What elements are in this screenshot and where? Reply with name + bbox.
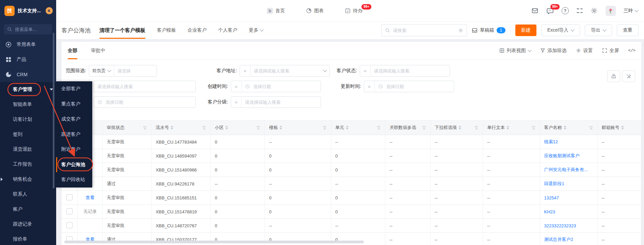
add-filter-button[interactable]: 添加筛选 (540, 48, 567, 54)
draft-box-button[interactable]: 草稿箱 1 (472, 27, 505, 33)
help-icon[interactable]: ? (562, 7, 569, 14)
customer-name-link[interactable]: 应收账期测试客户 (544, 153, 580, 158)
column-header-serial[interactable]: 流水号 (151, 120, 211, 135)
header-search[interactable] (381, 24, 467, 36)
grade-operator[interactable]: = (231, 97, 242, 108)
funnel-icon[interactable] (376, 126, 381, 130)
header-search-input[interactable] (392, 28, 456, 33)
page-tab-2[interactable]: 客户模板 (157, 21, 176, 39)
fullscreen-button[interactable]: 全屏 (602, 48, 619, 54)
user-menu[interactable]: 三叶 (624, 8, 638, 14)
status-operator[interactable]: = (360, 65, 371, 76)
dedupe-button[interactable]: 查重 (617, 24, 639, 36)
view-mode-button[interactable]: 列表视图 (499, 48, 531, 54)
address-input[interactable] (251, 68, 324, 74)
grade-input[interactable] (242, 100, 321, 105)
column-header-single_text[interactable]: 单行文本 (483, 120, 540, 135)
customer-name-link[interactable]: 回退阶段1 (544, 181, 564, 186)
sidebar-search[interactable] (4, 24, 52, 34)
submenu-item-5[interactable]: 附近客户 (56, 142, 92, 157)
sort-icon[interactable] (506, 126, 509, 130)
extra-filter-input[interactable] (94, 84, 195, 89)
created-date-input[interactable] (250, 84, 321, 89)
settings-gear-icon[interactable] (591, 7, 598, 14)
funnel-icon[interactable] (589, 126, 593, 130)
topnav-home[interactable]: b首页 (267, 8, 285, 14)
submenu-item-3[interactable]: 成交客户 (56, 112, 92, 127)
sort-icon[interactable] (279, 126, 282, 130)
column-header-community[interactable]: 小区 (211, 120, 265, 135)
more-tab[interactable]: 更多 (249, 27, 263, 33)
sidebar-item-10[interactable]: 报价单 (0, 232, 56, 245)
funnel-icon[interactable] (143, 126, 147, 130)
submenu-item-2[interactable]: 重点客户 (56, 97, 92, 112)
sidebar-item-2[interactable]: 访客计划 (0, 112, 56, 127)
sort-icon[interactable] (225, 126, 228, 130)
customer-name-link[interactable]: 测试合并客户2 (544, 237, 573, 242)
submenu-item-7[interactable]: 客户回收站 (56, 172, 92, 187)
excel-import-button[interactable]: Excel导入 (541, 24, 580, 36)
created-operator[interactable]: = (231, 81, 242, 92)
column-header-customer_name[interactable]: 客户名称 (540, 120, 597, 135)
funnel-icon[interactable] (202, 126, 206, 130)
horizontal-scrollbar[interactable] (64, 241, 364, 243)
mail-icon[interactable] (531, 7, 538, 14)
topnav-charts[interactable]: 图表 (306, 8, 324, 14)
view-tab-1[interactable]: 全部 (68, 42, 77, 59)
clear-filters-button[interactable] (607, 70, 620, 82)
page-tab-3[interactable]: 企业客户 (188, 21, 207, 39)
message-icon[interactable]: 99+ (546, 7, 554, 15)
customer-name-link[interactable]: 132547 (544, 195, 559, 200)
sidebar-item-common-forms[interactable]: 常用表单 (0, 37, 56, 52)
funnel-icon[interactable] (474, 126, 479, 130)
funnel-icon[interactable] (531, 126, 536, 130)
sort-icon[interactable] (564, 126, 566, 130)
page-tab-1[interactable]: 清理了一个客户模板 (99, 21, 145, 39)
sidebar-item-6[interactable]: 销售机会 (0, 172, 56, 187)
funnel-icon[interactable] (256, 126, 260, 130)
export-button[interactable]: 导出 (585, 24, 612, 36)
column-header-building[interactable]: 楼栋 (265, 120, 331, 135)
sidebar-collapse-icon[interactable] (46, 7, 53, 14)
api-code-button[interactable]: </> (628, 48, 635, 53)
sidebar-item-products[interactable]: 产品 (0, 52, 56, 67)
funnel-icon[interactable] (422, 126, 426, 130)
unpin-filters-button[interactable] (622, 70, 635, 82)
updated-operator[interactable]: = (364, 81, 375, 92)
search-settings-gear-icon[interactable] (458, 28, 463, 33)
updated-date-input[interactable] (383, 84, 454, 89)
column-header-email[interactable]: 邮箱账号 (597, 120, 641, 135)
table-settings-button[interactable]: 设置 (576, 48, 593, 54)
sidebar-item-customer-management[interactable]: 客户管理 (0, 82, 56, 97)
scope-select[interactable]: 前负责 (89, 65, 114, 76)
submenu-item-6[interactable]: 客户公海池 (56, 157, 92, 173)
row-checkbox[interactable] (66, 222, 73, 228)
column-header-unit[interactable]: 单元 (331, 120, 385, 135)
submenu-item-4[interactable]: 跟进客户 (56, 127, 92, 142)
topnav-todo[interactable]: 待办99+ (345, 8, 363, 14)
sidebar-item-4[interactable]: 退货退款 (0, 142, 56, 157)
status-input[interactable] (371, 68, 450, 74)
funnel-icon[interactable] (322, 126, 327, 130)
sidebar-scrollbar[interactable] (53, 33, 54, 189)
column-header-dropdown_option[interactable]: 下拉框选项 (430, 120, 483, 135)
sort-icon[interactable] (346, 126, 349, 130)
submenu-item-1[interactable]: 全部客户 (56, 81, 92, 97)
sort-icon[interactable] (621, 126, 624, 130)
sidebar-item-3[interactable]: 签到 (0, 127, 56, 142)
sidebar-item-5[interactable]: 工作报告 (0, 157, 56, 172)
customer-name-link[interactable]: 广州安元电子商务有... (544, 167, 588, 172)
apps-grid-icon[interactable] (577, 8, 583, 14)
column-header-related_multi[interactable]: 关联数据多选 (385, 120, 430, 135)
sidebar-search-input[interactable] (14, 27, 49, 32)
avatar[interactable] (606, 6, 616, 16)
sort-icon[interactable] (458, 126, 461, 130)
sidebar-item-crm[interactable]: CRM (0, 67, 56, 82)
sort-icon[interactable] (171, 126, 173, 130)
sidebar-item-1[interactable]: 智能表单 (0, 97, 56, 112)
column-header-approval[interactable]: 审批状态 (102, 120, 151, 135)
customer-name-link[interactable]: 3223322232323 (544, 223, 576, 228)
sidebar-item-9[interactable]: 跟进记录 (0, 217, 56, 232)
view-tab-2[interactable]: 审批中 (91, 42, 105, 59)
row-checkbox[interactable] (66, 194, 73, 200)
